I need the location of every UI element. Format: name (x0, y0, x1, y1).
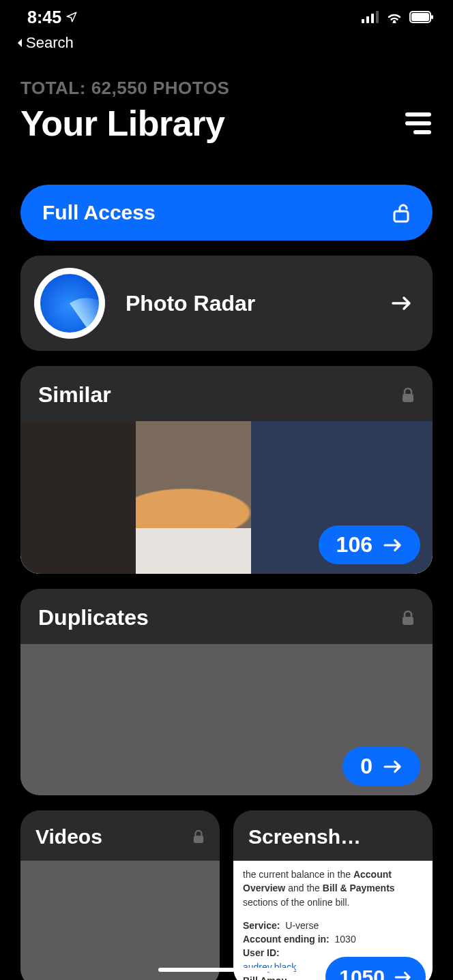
duplicates-count: 0 (360, 754, 372, 779)
full-access-button[interactable]: Full Access (20, 185, 433, 241)
total-suffix: PHOTOS (153, 78, 229, 98)
back-label: Search (26, 34, 74, 52)
duplicates-card[interactable]: Duplicates 0 (20, 589, 433, 795)
wifi-icon (386, 11, 403, 23)
lock-icon (401, 610, 415, 626)
arrow-right-icon (383, 538, 403, 553)
battery-icon (409, 11, 434, 23)
total-count: 62,550 (91, 78, 148, 98)
svg-rect-6 (411, 13, 429, 21)
total-prefix: TOTAL: (20, 78, 86, 98)
similar-preview: 106 (20, 421, 433, 574)
svg-rect-2 (371, 14, 374, 23)
arrow-right-icon (383, 759, 403, 774)
scr-text: sections of the online bill. (243, 897, 349, 908)
lock-icon (192, 829, 205, 844)
similar-count-button[interactable]: 106 (319, 525, 420, 564)
scr-text: 1030 (335, 934, 356, 945)
unlock-icon (393, 202, 411, 223)
scr-text: Service: (243, 920, 280, 931)
photo-radar-card[interactable]: Photo Radar (20, 256, 433, 351)
status-time: 8:45 (27, 7, 61, 27)
similar-card[interactable]: Similar 106 (20, 366, 433, 574)
cellular-icon (362, 11, 379, 23)
duplicates-preview: 0 (20, 644, 433, 795)
bottom-row: Videos Screensh… the current balance in … (20, 810, 433, 980)
duplicates-title: Duplicates (38, 605, 149, 630)
videos-preview (20, 861, 220, 980)
screenshots-preview: the current balance in the Account Overv… (233, 861, 433, 980)
total-line: TOTAL: 62,550 PHOTOS (20, 78, 433, 99)
screenshots-card[interactable]: Screensh… the current balance in the Acc… (233, 810, 433, 980)
scr-text: Bill & Payments (323, 883, 395, 893)
screenshots-count: 1050 (339, 962, 385, 980)
svg-rect-11 (194, 836, 203, 843)
menu-button[interactable] (400, 107, 433, 140)
scr-text: and the (285, 883, 323, 893)
home-indicator[interactable] (158, 968, 295, 972)
status-bar: 8:45 (0, 0, 453, 34)
screenshots-count-button[interactable]: 1050 (325, 957, 426, 980)
svg-rect-9 (403, 394, 413, 402)
scr-text: U-verse (285, 920, 319, 931)
screenshots-title: Screensh… (248, 825, 361, 848)
full-access-label: Full Access (42, 201, 156, 224)
svg-rect-7 (431, 15, 433, 19)
arrow-right-icon (394, 970, 412, 980)
similar-title: Similar (38, 382, 111, 408)
back-to-search[interactable]: Search (0, 34, 453, 56)
scr-text: Account ending in: (243, 934, 330, 945)
page-header: TOTAL: 62,550 PHOTOS Your Library (0, 56, 453, 144)
arrow-right-icon (392, 295, 412, 311)
svg-rect-0 (362, 19, 364, 23)
svg-rect-3 (376, 11, 379, 23)
videos-card[interactable]: Videos (20, 810, 220, 980)
radar-icon (34, 268, 105, 339)
duplicates-count-button[interactable]: 0 (342, 747, 420, 786)
svg-point-4 (393, 20, 396, 23)
caret-left-icon (15, 37, 25, 48)
location-icon (65, 11, 78, 23)
similar-count: 106 (336, 532, 372, 557)
svg-rect-1 (366, 16, 369, 23)
lock-icon (401, 387, 415, 403)
scr-text: Bill Amou (243, 975, 287, 980)
svg-rect-10 (403, 617, 413, 625)
svg-rect-8 (394, 211, 408, 221)
page-title: Your Library (20, 103, 224, 144)
videos-title: Videos (35, 825, 102, 848)
scr-text: User ID: (243, 947, 280, 958)
scr-text: the current balance in the (243, 869, 353, 880)
photo-radar-label: Photo Radar (126, 291, 371, 316)
